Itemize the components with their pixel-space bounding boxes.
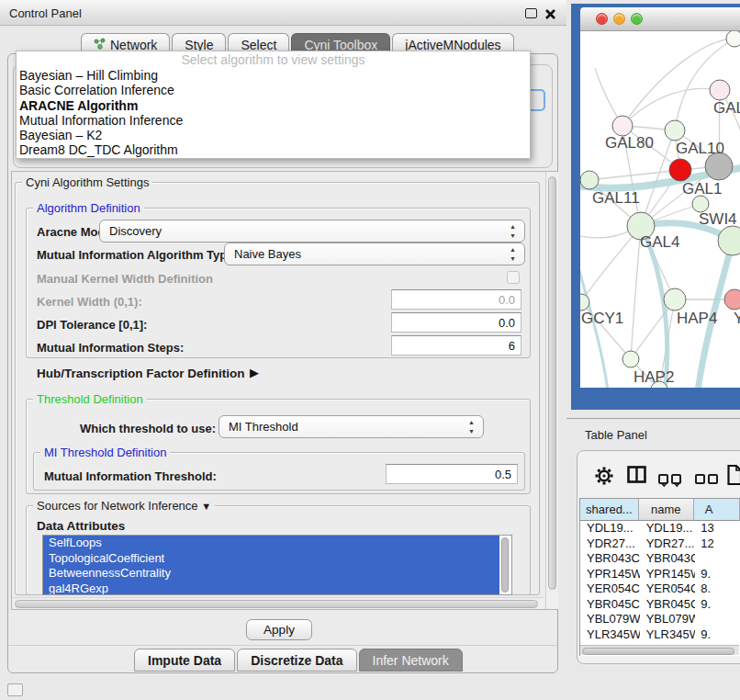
node-table: shared... name A YDL19... YDL19... 13 YD… <box>579 498 740 656</box>
minimize-traffic-light-icon[interactable] <box>613 13 625 25</box>
node-label-HAP2: HAP2 <box>633 368 674 386</box>
cyni-algorithm-settings-title: Cyni Algorithm Settings <box>22 175 152 189</box>
cell: YDL19... <box>640 521 696 536</box>
float-window-icon[interactable] <box>525 8 537 18</box>
expand-right-icon[interactable]: ▶ <box>250 366 259 379</box>
list-vertical-scrollbar[interactable] <box>500 537 510 593</box>
node-HAP2[interactable] <box>622 351 639 367</box>
mi-threshold-field[interactable]: 0.5 <box>386 464 518 484</box>
data-attributes-list: SelfLoops TopologicalCoefficient Between… <box>42 535 512 595</box>
table-row[interactable]: YLR345W YLR345W 9. <box>580 627 740 643</box>
zoom-traffic-light-icon[interactable] <box>631 13 643 25</box>
table-row[interactable]: YBL079W YBL079W <box>580 612 740 627</box>
mi-steps-label: Mutual Information Steps: <box>37 341 184 355</box>
dpi-tolerance-label: DPI Tolerance [0,1]: <box>37 318 147 332</box>
algorithm-definition-title: Algorithm Definition <box>33 201 144 215</box>
new-table-icon[interactable] <box>727 464 740 490</box>
network-canvas[interactable]: GAL GAL80 GAL10 GAL1 GAL11 SWI4 GAL4 GCY… <box>580 31 740 388</box>
settings-horizontal-scrollbar[interactable] <box>13 597 544 609</box>
cell: 9. <box>695 597 740 613</box>
list-item[interactable]: BetweennessCentrality <box>43 566 499 581</box>
show-columns-icon[interactable] <box>627 466 646 487</box>
hub-definition-label[interactable]: Hub/Transcription Factor Definition <box>37 367 245 380</box>
cell: YLR345W <box>640 627 696 643</box>
table-row[interactable]: YDR27... YDR27... 12 <box>580 536 740 552</box>
node-GAL11[interactable] <box>580 171 599 189</box>
mi-threshold-label: Mutual Information Threshold: <box>44 469 217 483</box>
node-Y[interactable] <box>724 289 740 310</box>
cell: 9. <box>695 627 740 643</box>
cell: YBR045C <box>580 597 640 613</box>
node-label-HAP4: HAP4 <box>677 310 717 327</box>
deselect-all-columns-icon[interactable] <box>695 470 721 487</box>
node-label-GAL4: GAL4 <box>640 233 679 251</box>
algorithm-option-selected[interactable]: ARACNE Algorithm <box>17 98 530 113</box>
cell: YBL079W <box>580 612 640 627</box>
tab-discretize-data[interactable]: Discretize Data <box>237 649 356 672</box>
column-header-partial[interactable]: A <box>694 499 740 521</box>
cell: 8. <box>695 581 740 597</box>
list-item[interactable]: gal4RGexp <box>43 581 499 596</box>
tab-impute-data[interactable]: Impute Data <box>134 649 235 672</box>
aracne-mode-combobox[interactable]: Discovery ▲▼ <box>99 220 525 243</box>
close-icon[interactable] <box>544 7 556 19</box>
which-threshold-combobox[interactable]: MI Threshold ▲▼ <box>219 415 484 438</box>
algorithm-option[interactable]: Mutual Information Inference <box>17 113 530 128</box>
table-row[interactable]: YER054C YER054C 8. <box>580 581 740 597</box>
cell: YBR045C <box>640 597 696 613</box>
node-label-GAL10: GAL10 <box>676 140 724 157</box>
select-all-columns-icon[interactable] <box>658 470 684 487</box>
table-horizontal-scrollbar[interactable] <box>580 645 739 655</box>
algorithm-option[interactable]: Bayesian – K2 <box>17 128 530 142</box>
column-header-name[interactable]: name <box>639 499 694 521</box>
combo-spinner-icon: ▲▼ <box>510 245 516 264</box>
tab-infer-network[interactable]: Infer Network <box>359 649 463 672</box>
algorithm-option[interactable]: Dream8 DC_TDC Algorithm <box>17 142 530 157</box>
node[interactable] <box>726 31 740 47</box>
cell: YDR27... <box>580 536 640 552</box>
table-row[interactable]: YBR043C YBR043C <box>580 551 740 567</box>
column-header-shared-name[interactable]: shared... <box>580 499 639 521</box>
settings-vertical-scrollbar[interactable] <box>545 172 558 609</box>
kernel-width-label: Kernel Width (0,1): <box>37 295 142 309</box>
node-GAL[interactable] <box>710 80 730 100</box>
kernel-width-field: 0.0 <box>391 289 521 310</box>
data-attributes-label: Data Attributes <box>37 519 125 533</box>
node-green-large[interactable] <box>718 226 740 255</box>
list-item[interactable]: SelfLoops <box>43 536 499 551</box>
algorithm-option[interactable]: Bayesian – Hill Climbing <box>17 68 530 83</box>
cell: YBL079W <box>640 612 696 627</box>
cell: YPR145W <box>580 567 640 582</box>
collapse-down-icon[interactable]: ▼ <box>201 501 211 512</box>
apply-button[interactable]: Apply <box>246 619 312 640</box>
sources-title-text: Sources for Network Inference <box>37 499 198 513</box>
node-label-GAL80: GAL80 <box>605 134 654 152</box>
network-window: GAL GAL80 GAL10 GAL1 GAL11 SWI4 GAL4 GCY… <box>571 4 740 410</box>
dpi-tolerance-field[interactable]: 0.0 <box>391 312 521 333</box>
network-window-titlebar[interactable] <box>580 7 740 31</box>
mi-steps-field[interactable]: 6 <box>391 335 521 356</box>
table-row[interactable]: YPR145W YPR145W 9. <box>580 567 740 582</box>
algorithm-option[interactable]: Basic Correlation Inference <box>17 83 530 97</box>
control-panel-titlebar: Control Panel <box>0 0 566 26</box>
table-row[interactable]: YBR045C YBR045C 9. <box>580 597 740 613</box>
node-GAL10[interactable] <box>665 120 685 141</box>
mi-algorithm-type-combobox[interactable]: Naive Bayes ▲▼ <box>224 243 525 265</box>
threshold-definition-title: Threshold Definition <box>33 392 147 406</box>
close-traffic-light-icon[interactable] <box>596 13 608 25</box>
gear-icon[interactable] <box>594 466 614 490</box>
minimized-panel-icon[interactable] <box>7 683 23 696</box>
node-GAL1[interactable] <box>669 159 691 181</box>
cell: YER054C <box>580 581 640 597</box>
combo-spinner-icon: ▲▼ <box>468 418 475 436</box>
node-label-SWI4: SWI4 <box>699 210 737 228</box>
node-HAP4[interactable] <box>664 288 686 310</box>
combo-spinner-icon: ▲▼ <box>510 222 516 241</box>
manual-kernel-width-checkbox <box>507 271 520 284</box>
divider <box>8 645 557 646</box>
table-row[interactable]: YDL19... YDL19... 13 <box>580 521 740 536</box>
node-GAL80[interactable] <box>612 116 633 136</box>
bottom-tabs: Impute Data Discretize Data Infer Networ… <box>134 649 465 672</box>
list-item[interactable]: TopologicalCoefficient <box>43 551 499 567</box>
node-GCY1[interactable] <box>580 294 589 310</box>
